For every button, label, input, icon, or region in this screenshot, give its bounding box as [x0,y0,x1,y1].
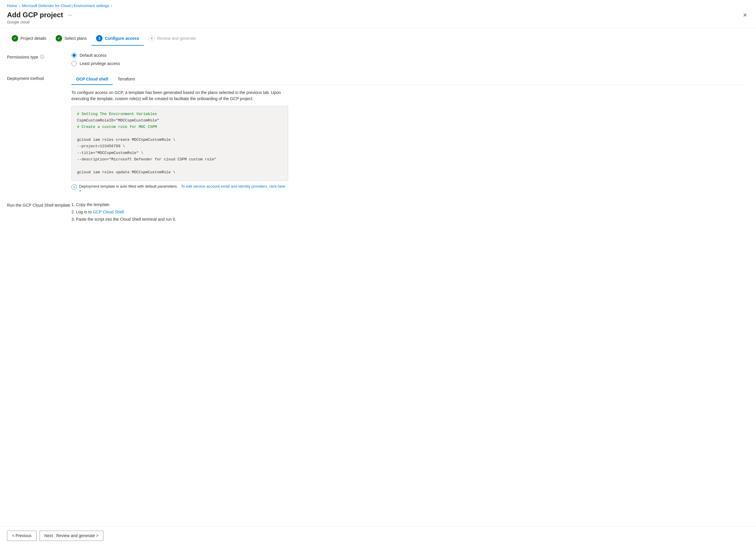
run-step-2: 2. Log in to GCP Cloud Shell. [71,209,749,216]
deployment-method-row: Deployment method GCP Cloud shell Terraf… [7,74,749,193]
breadcrumb-sep-1: › [19,4,20,8]
gcp-cloud-shell-link[interactable]: GCP Cloud Shell. [93,210,125,214]
close-button[interactable]: ✕ [741,11,749,20]
info-note: i Deployment template is auto filled wit… [71,184,288,193]
breadcrumb-home[interactable]: Home [7,4,17,8]
step-3-circle: 3 [96,35,102,42]
radio-default-input[interactable] [71,53,77,58]
page-title: Add GCP project [7,11,63,19]
run-template-label: Run the GCP Cloud Shell template [7,201,71,208]
breadcrumb-sep-2: › [111,4,112,8]
code-block: # Setting The Environment Variables Cspm… [71,106,288,181]
run-step-1: 1. Copy the template. [71,201,749,209]
code-line-2: CspmCustomRoleID="MDCCspmCustomRole" [77,117,283,124]
code-line-8: --description="Microsoft Defender for cl… [77,156,283,163]
step-1-label: Project details [20,36,46,41]
run-step-3: 3. Paste the script into the Cloud Shell… [71,216,749,223]
run-steps: 1. Copy the template. 2. Log in to GCP C… [71,201,749,223]
permissions-type-content: Default access Least privilege access [71,53,749,66]
step-2-label: Select plans [64,36,87,41]
deployment-method-label: Deployment method [7,74,71,81]
main-content: Permissions type ⓘ Default access Least … [0,46,756,526]
next-button[interactable]: Next : Review and generate > [40,531,104,541]
footer: < Previous Next : Review and generate > [0,526,756,545]
wizard-step-configure-access[interactable]: 3 Configure access [91,33,144,46]
run-template-content: 1. Copy the template. 2. Log in to GCP C… [71,201,749,223]
radio-least-input[interactable] [71,61,77,66]
radio-default-label: Default access [80,53,107,58]
step-4-circle: 4 [148,35,155,42]
code-line-1: # Setting The Environment Variables [77,111,283,117]
code-line-6: --project=123456789 \ [77,143,283,150]
info-note-text: Deployment template is auto filled with … [79,184,288,193]
previous-button[interactable]: < Previous [7,531,37,541]
tab-terraform[interactable]: Terraform [113,74,140,85]
radio-least-label: Least privilege access [80,61,120,66]
deployment-description: To configure access on GCP, a template h… [71,90,288,102]
code-line-4 [77,130,283,137]
breadcrumb-defender[interactable]: Microsoft Defender for Cloud | Environme… [22,4,109,8]
code-line-7: --title="MDCCspmCustomRole" \ [77,150,283,156]
step-1-circle: ✓ [12,35,18,42]
deployment-method-content: GCP Cloud shell Terraform To configure a… [71,74,749,193]
code-line-5: gcloud iam roles create MDCCspmCustomRol… [77,137,283,143]
info-note-icon: i [71,185,77,190]
run-template-row: Run the GCP Cloud Shell template 1. Copy… [7,201,749,223]
permissions-type-info-icon[interactable]: ⓘ [40,54,44,60]
code-line-10: gcloud iam roles update MDCCspmCustomRol… [77,169,283,176]
permissions-type-label: Permissions type ⓘ [7,53,71,60]
wizard-step-select-plans[interactable]: ✓ Select plans [51,33,91,46]
step-4-label: Review and generate [157,36,196,41]
wizard-step-project-details[interactable]: ✓ Project details [7,33,51,46]
code-line-3: # Create a custom role for MDC CSPM [77,124,283,130]
step-3-label: Configure access [105,36,139,41]
step-2-circle: ✓ [56,35,62,42]
page-subtitle: Google cloud [7,20,74,24]
permissions-radio-group: Default access Least privilege access [71,53,749,66]
tab-gcp-cloud-shell[interactable]: GCP Cloud shell [71,74,113,85]
page-title-block: Add GCP project ··· Google cloud [7,11,74,24]
more-options-icon[interactable]: ··· [66,11,74,19]
page-header: Add GCP project ··· Google cloud ✕ [0,10,756,28]
permissions-type-row: Permissions type ⓘ Default access Least … [7,53,749,66]
radio-default-access[interactable]: Default access [71,53,749,58]
radio-least-privilege[interactable]: Least privilege access [71,61,749,66]
wizard-step-review-generate[interactable]: 4 Review and generate [144,33,201,46]
wizard-nav: ✓ Project details ✓ Select plans 3 Confi… [0,28,756,46]
breadcrumb: Home › Microsoft Defender for Cloud | En… [0,0,756,10]
page-header-left: Add GCP project ··· Google cloud [7,11,74,24]
deployment-tab-bar: GCP Cloud shell Terraform [71,74,749,85]
code-line-9 [77,163,283,169]
